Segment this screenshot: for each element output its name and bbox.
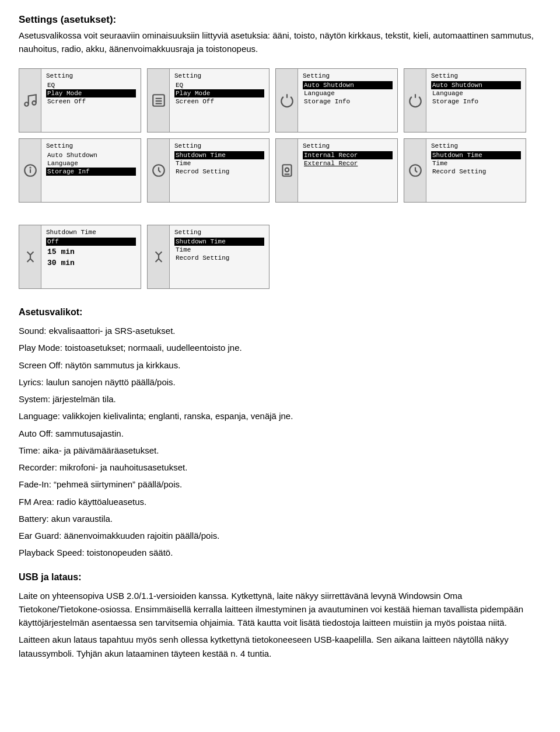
usb-paragraph-1: Laite on yhteensopiva USB 2.0/1.1-versio… [19,589,541,630]
menu-item-recroding: Recrod Setting [174,168,264,176]
menu-item-storageinfo-2: Storage Info [431,97,521,106]
screen-icon-clock-2 [404,139,426,202]
asetusvalikot-item-recorder: Recorder: mikrofoni- ja nauhoitusasetuks… [19,461,541,474]
screen-autoshutdown-3: Setting Auto Shutdown Language Storage I… [19,138,141,203]
menu-item-recordsetting-3: Record Setting [174,254,264,262]
screen-icon-arrows [19,225,41,288]
menu-title-10: Setting [174,229,264,236]
screen-icon-arrows-2 [148,225,170,288]
screen-menu-9: Shutdown Time Off 15 min 30 min [41,225,141,288]
menu-item-time-1: Time [174,159,264,168]
asetusvalikot-item-time: Time: aika- ja päivämääräasetukset. [19,444,541,457]
asetusvalikot-item-earguard: Ear Guard: äänenvoimakkuuden rajoitin pä… [19,529,541,542]
screen-menu-5: Setting Auto Shutdown Language Storage I… [41,139,141,202]
menu-item-time-2: Time [431,159,521,168]
svg-point-11 [285,168,289,172]
screen-eq-playmode-1: Setting EQ Play Mode Screen Off [19,68,141,133]
menu-item-time-3: Time [174,246,264,254]
menu-item-language-3: Language [46,159,136,168]
screen-icon-rec [276,139,298,202]
menu-item-screenoff-1: Screen Off [46,97,136,106]
page-title: Settings (asetukset): [19,14,541,26]
asetusvalikot-title: Asetusvalikot: [19,305,541,319]
usb-paragraph-2: Laitteen akun lataus tapahtuu myös senh … [19,633,541,660]
asetusvalikot-item-screenoff: Screen Off: näytön sammutus ja kirkkaus. [19,358,541,372]
menu-item-autoshutdown-2: Auto Shutdown [431,81,521,89]
menu-item-shutdowntime-1: Shutdown Time [174,151,264,159]
asetusvalikot-item-playmode: Play Mode: toistoasetukset; normaali, uu… [19,341,541,354]
screen-icon-power-1 [276,69,298,132]
menu-item-15min: 15 min [46,247,136,257]
menu-item-recordsetting-2: Record Setting [431,168,521,176]
menu-title-7: Setting [303,142,393,149]
screen-menu-2: Setting EQ Play Mode Screen Off [170,69,269,132]
menu-title-8: Setting [431,142,521,149]
screen-menu-3: Setting Auto Shutdown Language Storage I… [298,69,397,132]
screen-eq-playmode-2: Setting EQ Play Mode Screen Off [147,68,270,133]
menu-item-autoshutdown-3: Auto Shutdown [46,151,136,159]
menu-title-3: Setting [303,72,393,79]
menu-item-autoshutdown-1: Auto Shutdown [303,81,393,89]
menu-item-storageinf: Storage Inf [46,168,136,176]
asetusvalikot-item-sound: Sound: ekvalisaattori- ja SRS-asetukset. [19,324,541,337]
screen-shutdowntime-1: Setting Shutdown Time Time Recrod Settin… [147,138,270,203]
screenshots-grid: Setting EQ Play Mode Screen Off Setting … [19,68,541,208]
asetusvalikot-item-fadein: Fade-In: “pehmeä siirtyminen” päällä/poi… [19,477,541,491]
menu-item-language-1: Language [303,89,393,97]
screen-shutdowntime-2: Setting Shutdown Time Time Record Settin… [404,138,526,203]
screen-menu-4: Setting Auto Shutdown Language Storage I… [426,69,526,132]
asetusvalikot-item-playbackspeed: Playback Speed: toistonopeuden säätö. [19,546,541,559]
screen-autoshutdown-2: Setting Auto Shutdown Language Storage I… [404,68,526,133]
screen-autoshutdown-1: Setting Auto Shutdown Language Storage I… [275,68,398,133]
screen-icon-list [148,69,170,132]
menu-item-30min: 30 min [46,258,136,268]
usb-title: USB ja lataus: [19,570,541,584]
screen-shutdown-values: Shutdown Time Off 15 min 30 min [19,225,141,289]
svg-point-8 [30,168,30,168]
asetusvalikot-item-language: Language: valikkojen kielivalinta; engla… [19,409,541,423]
menu-title-5: Setting [46,142,136,149]
menu-title-1: Setting [46,72,136,79]
screen-icon-info [19,139,41,202]
screen-menu-10: Setting Shutdown Time Time Record Settin… [170,225,269,288]
menu-item-eq-2: EQ [174,81,264,89]
menu-item-internalrecor: Internal Recor [303,151,393,159]
menu-item-shutdowntime-2: Shutdown Time [431,151,521,159]
usb-section: USB ja lataus: Laite on yhteensopiva USB… [19,570,541,660]
menu-title-4: Setting [431,72,521,79]
asetusvalikot-item-battery: Battery: akun varaustila. [19,512,541,525]
screen-icon-power-2 [404,69,426,132]
screen-menu-6: Setting Shutdown Time Time Recrod Settin… [170,139,269,202]
screenshots-row3: Shutdown Time Off 15 min 30 min Setting … [19,225,541,289]
screen-icon-clock-1 [148,139,170,202]
menu-title-2: Setting [174,72,264,79]
menu-item-playmode-1: Play Mode [46,89,136,97]
screen-icon-music [19,69,41,132]
svg-point-1 [32,101,36,105]
screen-recorder: Setting Internal Recor External Recor [275,138,398,203]
menu-title-6: Setting [174,142,264,149]
svg-point-0 [24,102,29,106]
asetusvalikot-item-autooff: Auto Off: sammutusajastin. [19,427,541,440]
menu-item-shutdowntime-3: Shutdown Time [174,238,264,246]
menu-item-language-2: Language [431,89,521,97]
menu-item-externalrecor: External Recor [303,159,393,168]
menu-item-screenoff-2: Screen Off [174,97,264,106]
screen-menu-7: Setting Internal Recor External Recor [298,139,397,202]
menu-item-storageinfo-1: Storage Info [303,97,393,106]
screen-shutdowntime-3: Setting Shutdown Time Time Record Settin… [147,225,270,289]
menu-item-eq-1: EQ [46,81,136,89]
intro-text: Asetusvalikossa voit seuraaviin ominaisu… [19,29,541,55]
asetusvalikot-item-system: System: järjestelmän tila. [19,392,541,406]
menu-item-off: Off [46,238,136,246]
screen-menu-1: Setting EQ Play Mode Screen Off [41,69,141,132]
asetusvalikot-section: Asetusvalikot: Sound: ekvalisaattori- ja… [19,305,541,560]
screen-menu-8: Setting Shutdown Time Time Record Settin… [426,139,526,202]
asetusvalikot-item-fmarea: FM Area: radio käyttöalueasetus. [19,495,541,508]
menu-title-9: Shutdown Time [46,229,136,236]
asetusvalikot-item-lyrics: Lyrics: laulun sanojen näyttö päällä/poi… [19,375,541,389]
menu-item-playmode-2: Play Mode [174,89,264,97]
